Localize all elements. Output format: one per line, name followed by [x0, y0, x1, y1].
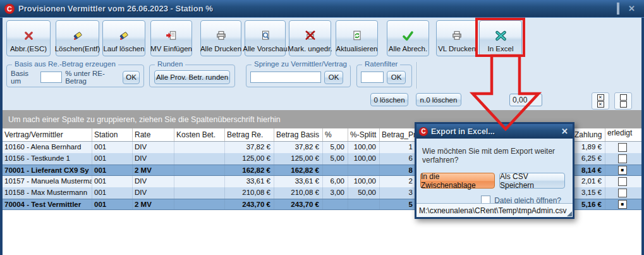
unchecked-box-icon [620, 101, 627, 108]
app-logo-icon: C [4, 4, 15, 14]
filter-row: Basis aus Re.-Betrag erzeugen Basis um %… [3, 61, 641, 90]
column-header-kosten[interactable]: Kosten Bet. [174, 128, 225, 141]
export-excel-button[interactable]: In Excel [479, 20, 522, 56]
delete-run-button[interactable]: Lauf löschen [102, 20, 145, 56]
eraser-icon [72, 28, 83, 43]
window-controls: ✕ [608, 4, 635, 13]
delete-zero-button[interactable]: 0 löschen [370, 93, 408, 106]
column-header-betrag-basis[interactable]: Betrag Basis [274, 128, 323, 141]
printer-icon [216, 28, 227, 43]
checked-box-icon: ✕ [597, 101, 604, 108]
delete-not-zero-button[interactable]: n.0 löschen [416, 93, 461, 106]
column-header-betrag-re[interactable]: Betrag Re. [225, 128, 274, 141]
basis-label-before: Basis um [11, 70, 37, 85]
refresh-button[interactable]: Aktualisieren [336, 20, 378, 56]
maximize-icon [617, 3, 619, 15]
amount-field[interactable]: 0,00 [509, 94, 542, 106]
toolbar: Abbr.(ESC) Löschen(Entf) Lauf löschen MV… [3, 17, 641, 61]
erledigt-checkbox[interactable] [618, 177, 627, 186]
rate-filter-input[interactable] [361, 72, 384, 83]
refresh-document-icon [351, 28, 363, 43]
erledigt-checkbox[interactable] [618, 143, 627, 152]
erledigt-checkbox[interactable]: ■ [618, 166, 627, 175]
filter-separator [416, 62, 418, 89]
clipboard-button[interactable]: In die Zwischenablage [420, 173, 495, 189]
export-excel-dialog: C Export in Excel... ✕ Wie möchten Sie m… [415, 122, 574, 219]
app-window: C Provisionen Vermittler vom 26.06.2023 … [0, 0, 644, 255]
dialog-question: Wie möchten Sie mit dem Export weiter ve… [416, 139, 573, 165]
printer-icon [451, 28, 463, 43]
group-ratenfilter-legend: Ratenfilter [362, 60, 400, 68]
insert-document-icon [166, 28, 177, 43]
erledigt-checkbox[interactable]: ■ [618, 200, 627, 209]
round-all-button[interactable]: Alle Prov. Betr. runden [154, 70, 230, 84]
maximize-button[interactable] [617, 4, 619, 13]
basis-label-after: % unter RE-Betrag [65, 70, 119, 85]
unchecked-box-icon [620, 94, 627, 101]
app-logo-icon: C [419, 127, 428, 136]
column-header-betrag-pr[interactable]: Betrag_Pr [380, 128, 415, 141]
dialog-title: Export in Excel... [431, 127, 495, 136]
eraser-icon [118, 28, 130, 43]
checked-box-icon: ✕ [597, 94, 604, 101]
settle-all-button[interactable]: Alle Abrech. [387, 20, 429, 56]
checkmark-icon [402, 28, 414, 43]
basis-ok-button[interactable]: OK [123, 71, 140, 84]
column-header-station[interactable]: Station [92, 128, 133, 141]
control-row: 0 löschen n.0 löschen 0,00 ✕ ✕ [3, 90, 641, 110]
delete-button[interactable]: Löschen(Entf) [56, 20, 99, 56]
preview-icon [260, 28, 271, 43]
column-header-zahlung[interactable]: Zahlung [573, 128, 605, 141]
resize-grip-icon [567, 211, 572, 216]
erledigt-checkbox[interactable] [618, 189, 627, 197]
window-border-right [641, 0, 644, 255]
group-ratenfilter: Ratenfilter OK [356, 65, 412, 87]
column-header-erledigt[interactable]: erledigt [605, 128, 640, 141]
window-border-left [0, 0, 3, 255]
group-runden-legend: Runden [155, 60, 185, 68]
mark-unprinted-icon [305, 28, 316, 43]
group-springe-legend: Springe zu Vermittler/Vertrag [252, 60, 349, 68]
group-by-hint: Um nach einer Spalte zu gruppieren, zieh… [8, 115, 281, 124]
window-title: Provisionen Vermittler vom 26.06.2023 - … [18, 4, 213, 13]
cancel-button[interactable]: Abbr.(ESC) [6, 20, 51, 56]
dialog-close-button[interactable]: ✕ [561, 127, 568, 136]
rate-filter-ok-button[interactable]: OK [387, 71, 406, 84]
vl-print-button[interactable]: VL Drucken [436, 20, 478, 56]
column-header-prozent[interactable]: % [323, 128, 348, 141]
dialog-title-bar: C Export in Excel... ✕ [416, 124, 573, 139]
group-basis-legend: Basis aus Re.-Betrag erzeugen [12, 60, 118, 68]
export-path-field[interactable]: M:\cxneunalena\CRent\Temp\tmpAdmin.csv [416, 203, 573, 217]
excel-icon [495, 28, 507, 43]
mv-insert-button[interactable]: MV Einfügen [150, 20, 192, 56]
title-bar: C Provisionen Vermittler vom 26.06.2023 … [0, 0, 644, 18]
uncheck-all-button[interactable] [614, 92, 632, 109]
cancel-icon [23, 28, 34, 43]
group-runden: Runden Alle Prov. Betr. runden [149, 65, 235, 87]
jump-to-ok-button[interactable]: OK [324, 71, 343, 84]
group-springe: Springe zu Vermittler/Vertrag OK [246, 65, 351, 87]
print-all-button[interactable]: Alle Drucken [200, 20, 241, 56]
group-basis: Basis aus Re.-Betrag erzeugen Basis um %… [6, 65, 144, 87]
basis-percent-input[interactable] [40, 72, 62, 83]
preview-all-button[interactable]: Alle Vorschau [245, 20, 286, 56]
column-header-rate[interactable]: Rate [133, 128, 174, 141]
column-header-vertrag[interactable]: Vertrag/Vermittler [3, 128, 92, 141]
mark-unprinted-button[interactable]: Mark. ungedr. [289, 20, 331, 56]
close-button[interactable]: ✕ [628, 4, 635, 13]
check-all-button[interactable]: ✕ ✕ [592, 92, 609, 109]
export-path-text: M:\cxneunalena\CRent\Temp\tmpAdmin.csv [419, 206, 566, 215]
erledigt-checkbox[interactable] [618, 154, 627, 163]
column-header-splitt[interactable]: %-Splitt [348, 128, 380, 141]
jump-to-input[interactable] [250, 72, 321, 83]
save-csv-button[interactable]: Als CSV Speichern [499, 173, 565, 189]
